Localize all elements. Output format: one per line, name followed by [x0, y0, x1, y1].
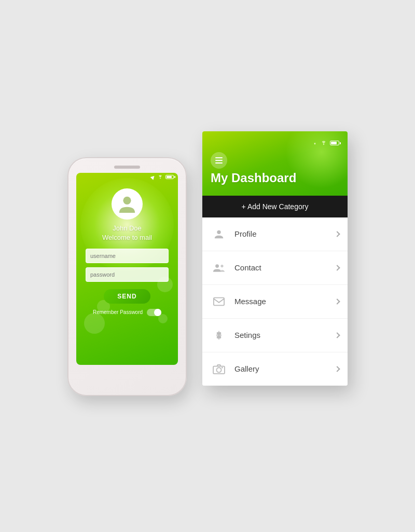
menu-item-message[interactable]: Message — [202, 285, 348, 319]
avatar — [112, 188, 143, 220]
svg-point-3 — [220, 265, 223, 267]
menu-line-3 — [215, 162, 223, 163]
remember-toggle[interactable] — [147, 309, 161, 316]
menu-icon[interactable] — [211, 152, 227, 169]
wifi-icon — [157, 175, 163, 180]
toggle-thumb — [154, 309, 161, 316]
gallery-label: Gallery — [234, 364, 335, 373]
menu-item-settings[interactable]: Setings — [202, 319, 348, 352]
phone-screen: John Doe Welcome to mail SEND Remember P… — [76, 173, 178, 365]
contact-chevron — [334, 265, 340, 270]
gallery-icon-wrap — [211, 361, 227, 377]
send-button[interactable]: SEND — [104, 289, 150, 304]
settings-label: Setings — [234, 331, 335, 339]
message-label: Message — [234, 297, 335, 306]
battery-icon — [165, 175, 174, 179]
message-icon-wrap — [211, 293, 227, 310]
profile-chevron — [334, 231, 340, 237]
remember-row: Remember Password — [86, 309, 169, 316]
contact-icon-wrap — [211, 260, 227, 276]
svg-rect-4 — [214, 297, 224, 305]
menu-item-gallery[interactable]: Gallery — [202, 352, 348, 386]
envelope-icon — [213, 297, 225, 306]
login-phone: John Doe Welcome to mail SEND Remember P… — [67, 157, 187, 396]
password-input[interactable] — [86, 267, 169, 282]
dashboard-card: My Dashboard + Add New Category Profile — [202, 131, 348, 386]
menu-line-1 — [215, 157, 223, 158]
profile-label: Profile — [234, 229, 335, 238]
phone-speaker — [114, 166, 140, 169]
user-info: John Doe Welcome to mail — [76, 224, 178, 242]
scene: John Doe Welcome to mail SEND Remember P… — [0, 0, 415, 532]
dash-battery-icon — [330, 141, 339, 145]
svg-point-2 — [215, 264, 219, 268]
svg-point-0 — [123, 196, 131, 204]
settings-chevron — [334, 332, 340, 338]
user-name-text: John Doe — [76, 224, 178, 233]
settings-icon-wrap — [211, 327, 227, 344]
message-chevron — [334, 298, 340, 304]
welcome-text: Welcome to mail — [76, 233, 178, 242]
add-category-text: + Add New Category — [242, 202, 309, 211]
menu-item-contact[interactable]: Contact — [202, 251, 348, 285]
status-bar — [151, 175, 174, 180]
people-icon — [213, 262, 225, 274]
gallery-chevron — [334, 366, 340, 372]
username-input[interactable] — [86, 249, 169, 263]
profile-icon-wrap — [211, 226, 227, 242]
gear-icon — [213, 330, 225, 341]
contact-label: Contact — [234, 263, 335, 272]
svg-point-7 — [216, 367, 221, 372]
menu-list: Profile Contact — [202, 217, 348, 386]
svg-point-1 — [217, 230, 220, 234]
add-category-bar[interactable]: + Add New Category — [202, 196, 348, 217]
dashboard-header: My Dashboard — [202, 131, 348, 196]
menu-item-profile[interactable]: Profile — [202, 217, 348, 251]
signal-icon — [150, 174, 156, 180]
person-icon — [117, 194, 137, 214]
person-icon — [213, 228, 225, 240]
login-form: SEND Remember Password — [86, 249, 169, 316]
svg-point-8 — [222, 366, 223, 368]
camera-icon — [213, 364, 225, 374]
remember-label: Remember Password — [93, 309, 143, 315]
menu-line-2 — [215, 160, 223, 161]
